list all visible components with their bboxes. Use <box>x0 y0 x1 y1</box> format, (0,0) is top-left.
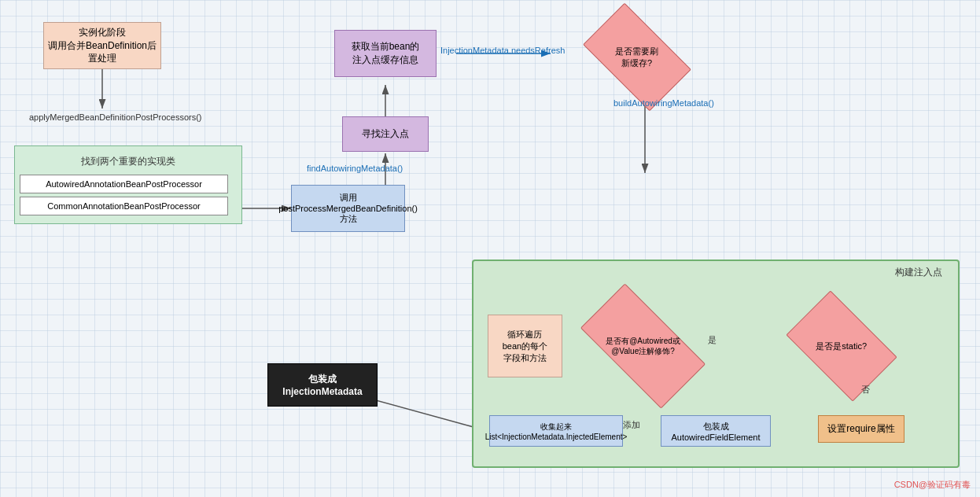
instantiation-stage-label: 实例化阶段 调用合并BeanDefinition后置处理 <box>44 26 160 65</box>
is-static-label: 是否是static? <box>816 341 868 351</box>
need-refresh-diamond: 是否需要刷新缓存? <box>590 28 684 87</box>
apply-merged-label: applyMergedBeanDefinitionPostProcessors(… <box>29 112 202 122</box>
autowired-processor-label: AutowiredAnnotationBeanPostProcessor <box>46 179 202 189</box>
collect-list-label: 收集起来 List<InjectionMetadata.InjectedElem… <box>485 422 628 441</box>
no-label-1: 否 <box>861 384 870 396</box>
add-label: 添加 <box>623 419 640 431</box>
get-cache-info-box: 获取当前bean的 注入点缓存信息 <box>334 30 437 77</box>
has-autowired-diamond: 是否有@Autowired或@Value注解修饰? <box>586 315 700 377</box>
has-autowired-label: 是否有@Autowired或@Value注解修饰? <box>606 337 680 355</box>
wrap-autowired-field-box: 包装成 AutowiredFieldElement <box>661 415 771 447</box>
find-injection-point-box: 寻找注入点 <box>342 116 429 152</box>
call-post-process-box: 调用 postProcessMergedBeanDefinition() 方法 <box>291 185 405 232</box>
impl-classes-group: 找到两个重要的实现类 AutowiredAnnotationBeanPostPr… <box>14 145 242 224</box>
build-injection-title: 构建注入点 <box>895 266 942 279</box>
collect-list-box: 收集起来 List<InjectionMetadata.InjectedElem… <box>489 415 623 447</box>
instantiation-stage-box: 实例化阶段 调用合并BeanDefinition后置处理 <box>43 22 161 69</box>
wrap-injection-metadata-label: 包装成 InjectionMetadata <box>282 373 362 397</box>
common-processor-label: CommonAnnotationBeanPostProcessor <box>47 201 200 211</box>
wrap-autowired-field-label: 包装成 AutowiredFieldElement <box>671 421 760 442</box>
diagram-container: 实例化阶段 调用合并BeanDefinition后置处理 applyMerged… <box>0 0 980 497</box>
find-injection-point-label: 寻找注入点 <box>362 127 409 141</box>
need-refresh-label: 是否需要刷新缓存? <box>616 46 659 68</box>
build-autowiring-label: buildAutowiringMetadata() <box>613 98 714 108</box>
set-require-label: 设置require属性 <box>827 422 894 436</box>
loop-fields-box: 循环遍历 bean的每个 字段和方法 <box>488 315 562 377</box>
is-static-diamond: 是否是static? <box>794 315 889 377</box>
set-require-box: 设置require属性 <box>818 415 904 443</box>
autowired-processor-box: AutowiredAnnotationBeanPostProcessor <box>20 175 228 193</box>
get-cache-info-label: 获取当前bean的 注入点缓存信息 <box>352 40 420 67</box>
watermark: CSDN@验证码有毒 <box>894 479 971 491</box>
loop-fields-label: 循环遍历 bean的每个 字段和方法 <box>503 329 547 364</box>
common-processor-box: CommonAnnotationBeanPostProcessor <box>20 197 228 215</box>
call-post-process-label: 调用 postProcessMergedBeanDefinition() 方法 <box>278 192 418 225</box>
yes-label-1: 是 <box>708 334 717 346</box>
impl-classes-title: 找到两个重要的实现类 <box>81 155 175 168</box>
wrap-injection-metadata-box: 包装成 InjectionMetadata <box>267 363 378 407</box>
needs-refresh-label: InjectionMetadata.needsRefresh <box>440 46 565 55</box>
find-autowiring-label: findAutowiringMetadata() <box>307 164 403 173</box>
